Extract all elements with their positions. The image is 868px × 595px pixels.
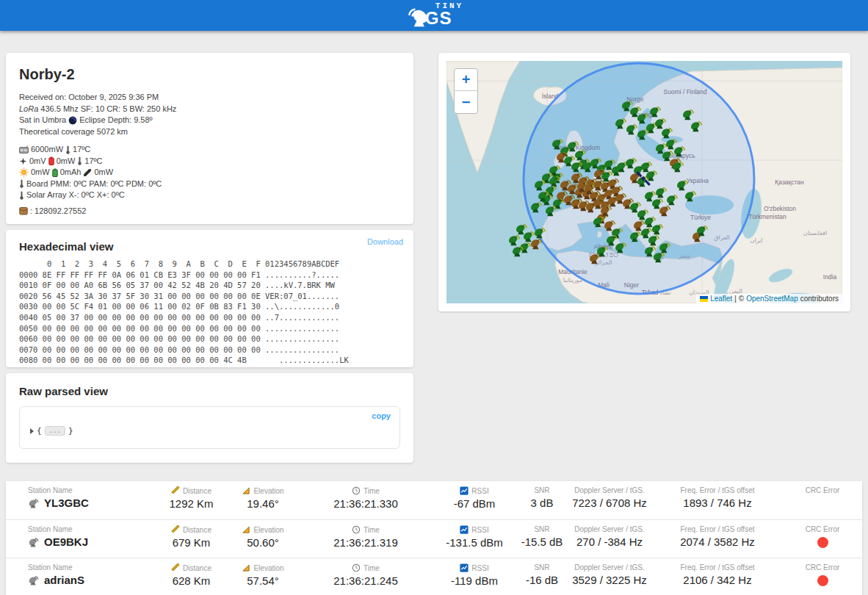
distance-value: 679 Km: [173, 536, 211, 549]
satellite-name: Norby-2: [19, 66, 400, 83]
moon-umbra-icon: [68, 116, 77, 125]
ground-station-marker[interactable]: [507, 234, 519, 245]
thermometer-icon: [19, 191, 24, 200]
json-open-brace: {: [37, 426, 42, 436]
rssi-value: -131.5 dBm: [446, 536, 503, 549]
rssi-value: -67 dBm: [454, 497, 496, 510]
clock-icon: [352, 486, 361, 495]
svg-text:India: India: [823, 273, 837, 281]
svg-text:O'zbekiston: O'zbekiston: [764, 205, 796, 212]
satellite-dish-icon: [405, 4, 430, 29]
copy-link[interactable]: copy: [372, 411, 391, 420]
time-value: 21:36:21.245: [333, 574, 398, 587]
distance-value: 1292 Km: [169, 497, 213, 510]
leaflet-map[interactable]: ÍslandNorgeSverigeSuomi / FinlandUnited …: [446, 61, 842, 303]
station-dish-icon: [28, 497, 40, 509]
telemetry-line-6: : 128092.27552: [19, 206, 400, 217]
zoom-out-button[interactable]: −: [455, 91, 477, 113]
freq-error-value: 2074 / 3582 Hz: [680, 536, 755, 548]
sun-icon: [19, 167, 29, 177]
json-close-brace: }: [68, 426, 73, 436]
download-link[interactable]: Download: [367, 237, 403, 246]
time-value: 21:36:21.330: [333, 497, 398, 510]
station-name[interactable]: YL3GBC: [44, 497, 89, 509]
table-row[interactable]: Station Name adrianS Distance 628 Km Ele…: [6, 558, 862, 595]
station-name-label: Station Name: [28, 563, 73, 571]
rssi-chart-icon: [460, 486, 469, 495]
expand-arrow-icon[interactable]: [30, 428, 34, 434]
svg-text:ايران: ايران: [751, 237, 763, 244]
crc-error-indicator: [817, 575, 828, 586]
ruler-icon: [171, 563, 180, 572]
leaflet-link[interactable]: Leaflet: [710, 295, 732, 303]
ground-station-marker[interactable]: [529, 238, 541, 249]
station-name[interactable]: adrianS: [44, 574, 84, 586]
clock-icon: [352, 525, 361, 534]
station-name-label: Station Name: [28, 486, 73, 494]
freq-error-value: 2106 / 342 Hz: [683, 574, 751, 586]
doppler-value: 7223 / 6708 Hz: [572, 497, 647, 509]
rssi-chart-icon: [460, 563, 469, 572]
zoom-in-button[interactable]: +: [455, 69, 477, 91]
hexadecimal-view-card: Hexadecimal view Download 0 1 2 3 4 5 6 …: [6, 230, 413, 367]
rssi-value: -119 dBm: [451, 574, 498, 587]
svg-text:Türkmenistan: Türkmenistan: [748, 213, 786, 220]
thermometer-icon: [77, 156, 82, 165]
map-canvas[interactable]: ÍslandNorgeSverigeSuomi / FinlandUnited …: [446, 61, 842, 303]
telemetry-line-3: 0mW 0mAh 0mW: [19, 167, 400, 178]
ground-station-marker[interactable]: [515, 223, 527, 234]
hex-dump: 0 1 2 3 4 5 6 7 8 9 A B C D E F 01234567…: [16, 259, 403, 366]
elevation-value: 50.60°: [247, 536, 279, 549]
table-row[interactable]: Station Name OE9BKJ Distance 679 Km Elev…: [6, 519, 862, 558]
brand-bottom: GS: [425, 10, 463, 27]
snr-value: 3 dB: [531, 497, 554, 509]
doppler-value: 3529 / 3225 Hz: [572, 574, 647, 586]
battery-red-icon: [48, 156, 54, 165]
json-viewer: copy { ... }: [19, 406, 400, 449]
set-square-icon: [242, 525, 250, 534]
set-square-icon: [242, 563, 250, 572]
raw-parsed-view-card: Raw parsed view copy { ... }: [6, 373, 413, 463]
station-dish-icon: [28, 536, 40, 548]
umbra-line: Sat in Umbra Eclipse Depth: 9.58º: [19, 115, 400, 126]
table-row[interactable]: Station Name YL3GBC Distance 1292 Km Ele…: [6, 481, 862, 519]
map-attribution: Leaflet | © OpenStreetMap contributors: [696, 294, 842, 303]
station-name-label: Station Name: [28, 525, 73, 533]
crc-error-indicator: [817, 537, 828, 548]
telemetry-line-1: 6000mW 17ºC: [19, 144, 400, 156]
raw-view-title: Raw parsed view: [19, 385, 400, 397]
json-collapsed-pill[interactable]: ...: [45, 426, 65, 436]
tinygs-logo[interactable]: TINY GS: [405, 2, 463, 29]
svg-text:Қазақстан: Қазақстан: [775, 178, 804, 186]
app-header: TINY GS: [0, 0, 868, 31]
thermometer-icon: [19, 179, 24, 188]
ground-station-marker[interactable]: [522, 231, 534, 242]
stations-table: Station Name YL3GBC Distance 1292 Km Ele…: [6, 481, 862, 595]
hex-view-title: Hexadecimal view: [16, 237, 113, 253]
ruler-icon: [171, 525, 180, 534]
battery-green-icon: [52, 168, 58, 177]
telemetry-line-2: 0mV 0mW 17ºC: [19, 156, 400, 167]
elevation-value: 57.54°: [247, 574, 279, 587]
ukraine-flag-icon: [700, 296, 708, 302]
elevation-value: 19.46°: [247, 497, 279, 510]
ground-station-marker[interactable]: [511, 245, 523, 256]
coverage-line: Theoretical coverage 5072 km: [19, 126, 400, 138]
radio-icon: [19, 145, 29, 154]
doppler-value: 270 / -384 Hz: [576, 536, 643, 548]
rssi-chart-icon: [460, 525, 469, 534]
station-name[interactable]: OE9BKJ: [44, 536, 88, 548]
lora-line: LoRa436.5 Mhz SF: 10 CR: 5 BW: 250 kHz: [19, 104, 400, 115]
satellite-info-card: Norby-2 Received on: October 9, 2025 9:3…: [6, 53, 413, 224]
snr-value: -15.5 dB: [521, 536, 563, 548]
osm-link[interactable]: OpenStreetMap: [746, 295, 798, 303]
set-square-icon: [242, 486, 250, 495]
freq-error-value: 1893 / 746 Hz: [683, 497, 751, 509]
time-value: 21:36:21.319: [333, 536, 398, 549]
received-line: Received on: October 9, 2025 9:36 PM: [19, 92, 400, 104]
memory-package-icon: [19, 206, 28, 215]
station-dish-icon: [28, 574, 40, 586]
pencil-icon: [83, 168, 92, 177]
clock-icon: [352, 563, 361, 572]
telemetry-line-4: Board PMM: 0ºC PAM: 0ºC PDM: 0ºC: [19, 178, 400, 190]
